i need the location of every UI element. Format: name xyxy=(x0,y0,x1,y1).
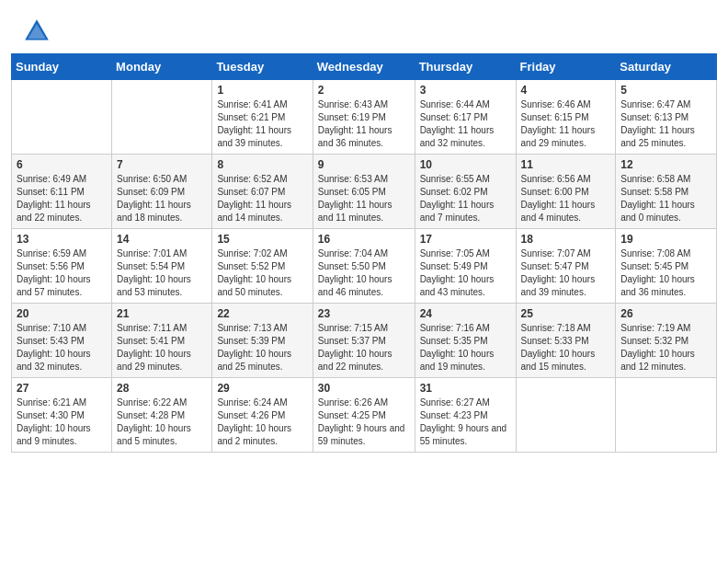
day-info: Sunrise: 7:10 AM Sunset: 5:43 PM Dayligh… xyxy=(17,322,107,373)
day-info: Sunrise: 6:55 AM Sunset: 6:02 PM Dayligh… xyxy=(420,173,511,224)
day-info: Sunrise: 7:11 AM Sunset: 5:41 PM Dayligh… xyxy=(117,322,207,373)
day-info: Sunrise: 7:04 AM Sunset: 5:50 PM Dayligh… xyxy=(318,247,410,299)
calendar-cell: 26Sunrise: 7:19 AM Sunset: 5:32 PM Dayli… xyxy=(616,304,717,378)
calendar-cell: 23Sunrise: 7:15 AM Sunset: 5:37 PM Dayli… xyxy=(313,304,415,378)
day-number: 21 xyxy=(117,307,207,320)
day-info: Sunrise: 6:21 AM Sunset: 4:30 PM Dayligh… xyxy=(17,396,107,448)
day-number: 25 xyxy=(521,307,611,320)
day-number: 26 xyxy=(620,307,711,320)
calendar-cell: 18Sunrise: 7:07 AM Sunset: 5:47 PM Dayli… xyxy=(516,229,616,304)
calendar-cell: 20Sunrise: 7:10 AM Sunset: 5:43 PM Dayli… xyxy=(12,304,112,378)
day-number: 5 xyxy=(620,84,711,97)
page: SundayMondayTuesdayWednesdayThursdayFrid… xyxy=(0,0,728,563)
day-info: Sunrise: 7:05 AM Sunset: 5:49 PM Dayligh… xyxy=(420,247,511,299)
day-number: 29 xyxy=(217,382,307,395)
calendar-table: SundayMondayTuesdayWednesdayThursdayFrid… xyxy=(11,53,717,453)
day-info: Sunrise: 7:16 AM Sunset: 5:35 PM Dayligh… xyxy=(420,322,511,373)
calendar-cell xyxy=(616,378,717,453)
day-number: 30 xyxy=(318,382,410,395)
col-header-tuesday: Tuesday xyxy=(212,54,313,80)
calendar-wrapper: SundayMondayTuesdayWednesdayThursdayFrid… xyxy=(0,53,728,464)
day-number: 10 xyxy=(420,158,511,171)
day-number: 23 xyxy=(318,307,410,320)
calendar-cell: 25Sunrise: 7:18 AM Sunset: 5:33 PM Dayli… xyxy=(516,304,616,378)
calendar-cell: 10Sunrise: 6:55 AM Sunset: 6:02 PM Dayli… xyxy=(415,155,516,229)
day-info: Sunrise: 6:50 AM Sunset: 6:09 PM Dayligh… xyxy=(117,173,207,224)
day-info: Sunrise: 7:01 AM Sunset: 5:54 PM Dayligh… xyxy=(117,247,207,299)
calendar-cell xyxy=(12,80,112,155)
day-number: 6 xyxy=(17,158,107,171)
calendar-week-row: 27Sunrise: 6:21 AM Sunset: 4:30 PM Dayli… xyxy=(12,378,717,453)
calendar-cell xyxy=(516,378,616,453)
day-number: 15 xyxy=(217,233,307,246)
day-number: 12 xyxy=(620,158,711,171)
calendar-cell: 14Sunrise: 7:01 AM Sunset: 5:54 PM Dayli… xyxy=(112,229,212,304)
day-info: Sunrise: 6:52 AM Sunset: 6:07 PM Dayligh… xyxy=(217,173,307,224)
calendar-cell xyxy=(112,80,212,155)
day-number: 7 xyxy=(117,158,207,171)
day-number: 27 xyxy=(17,382,107,395)
logo-icon xyxy=(22,17,51,46)
day-number: 11 xyxy=(521,158,611,171)
day-number: 14 xyxy=(117,233,207,246)
calendar-cell: 22Sunrise: 7:13 AM Sunset: 5:39 PM Dayli… xyxy=(212,304,313,378)
calendar-cell: 4Sunrise: 6:46 AM Sunset: 6:15 PM Daylig… xyxy=(516,80,616,155)
calendar-week-row: 13Sunrise: 6:59 AM Sunset: 5:56 PM Dayli… xyxy=(12,229,717,304)
calendar-week-row: 6Sunrise: 6:49 AM Sunset: 6:11 PM Daylig… xyxy=(12,155,717,229)
calendar-week-row: 1Sunrise: 6:41 AM Sunset: 6:21 PM Daylig… xyxy=(12,80,717,155)
col-header-saturday: Saturday xyxy=(616,54,717,80)
day-info: Sunrise: 6:24 AM Sunset: 4:26 PM Dayligh… xyxy=(217,396,307,448)
calendar-cell: 12Sunrise: 6:58 AM Sunset: 5:58 PM Dayli… xyxy=(616,155,717,229)
col-header-wednesday: Wednesday xyxy=(313,54,415,80)
calendar-cell: 9Sunrise: 6:53 AM Sunset: 6:05 PM Daylig… xyxy=(313,155,415,229)
day-number: 24 xyxy=(420,307,511,320)
day-info: Sunrise: 6:49 AM Sunset: 6:11 PM Dayligh… xyxy=(17,173,107,224)
header xyxy=(0,0,728,53)
day-info: Sunrise: 6:43 AM Sunset: 6:19 PM Dayligh… xyxy=(318,98,410,150)
day-number: 22 xyxy=(217,307,307,320)
calendar-cell: 16Sunrise: 7:04 AM Sunset: 5:50 PM Dayli… xyxy=(313,229,415,304)
col-header-friday: Friday xyxy=(516,54,616,80)
day-info: Sunrise: 6:53 AM Sunset: 6:05 PM Dayligh… xyxy=(318,173,410,224)
calendar-cell: 19Sunrise: 7:08 AM Sunset: 5:45 PM Dayli… xyxy=(616,229,717,304)
logo xyxy=(22,17,55,46)
day-number: 19 xyxy=(620,233,711,246)
day-info: Sunrise: 7:07 AM Sunset: 5:47 PM Dayligh… xyxy=(521,247,611,299)
calendar-cell: 17Sunrise: 7:05 AM Sunset: 5:49 PM Dayli… xyxy=(415,229,516,304)
day-info: Sunrise: 6:22 AM Sunset: 4:28 PM Dayligh… xyxy=(117,396,207,448)
calendar-cell: 13Sunrise: 6:59 AM Sunset: 5:56 PM Dayli… xyxy=(12,229,112,304)
calendar-cell: 31Sunrise: 6:27 AM Sunset: 4:23 PM Dayli… xyxy=(415,378,516,453)
day-info: Sunrise: 6:56 AM Sunset: 6:00 PM Dayligh… xyxy=(521,173,611,224)
calendar-cell: 15Sunrise: 7:02 AM Sunset: 5:52 PM Dayli… xyxy=(212,229,313,304)
day-info: Sunrise: 6:26 AM Sunset: 4:25 PM Dayligh… xyxy=(318,396,410,448)
day-number: 20 xyxy=(17,307,107,320)
day-number: 31 xyxy=(420,382,511,395)
col-header-monday: Monday xyxy=(112,54,212,80)
calendar-cell: 3Sunrise: 6:44 AM Sunset: 6:17 PM Daylig… xyxy=(415,80,516,155)
calendar-cell: 27Sunrise: 6:21 AM Sunset: 4:30 PM Dayli… xyxy=(12,378,112,453)
day-info: Sunrise: 7:13 AM Sunset: 5:39 PM Dayligh… xyxy=(217,322,307,373)
calendar-header-row: SundayMondayTuesdayWednesdayThursdayFrid… xyxy=(12,54,717,80)
day-number: 2 xyxy=(318,84,410,97)
day-number: 28 xyxy=(117,382,207,395)
calendar-cell: 7Sunrise: 6:50 AM Sunset: 6:09 PM Daylig… xyxy=(112,155,212,229)
day-info: Sunrise: 7:08 AM Sunset: 5:45 PM Dayligh… xyxy=(620,247,711,299)
calendar-cell: 8Sunrise: 6:52 AM Sunset: 6:07 PM Daylig… xyxy=(212,155,313,229)
day-info: Sunrise: 7:18 AM Sunset: 5:33 PM Dayligh… xyxy=(521,322,611,373)
calendar-cell: 5Sunrise: 6:47 AM Sunset: 6:13 PM Daylig… xyxy=(616,80,717,155)
calendar-cell: 11Sunrise: 6:56 AM Sunset: 6:00 PM Dayli… xyxy=(516,155,616,229)
day-info: Sunrise: 7:02 AM Sunset: 5:52 PM Dayligh… xyxy=(217,247,307,299)
calendar-cell: 21Sunrise: 7:11 AM Sunset: 5:41 PM Dayli… xyxy=(112,304,212,378)
day-info: Sunrise: 6:47 AM Sunset: 6:13 PM Dayligh… xyxy=(620,98,711,150)
calendar-cell: 28Sunrise: 6:22 AM Sunset: 4:28 PM Dayli… xyxy=(112,378,212,453)
day-number: 17 xyxy=(420,233,511,246)
calendar-cell: 30Sunrise: 6:26 AM Sunset: 4:25 PM Dayli… xyxy=(313,378,415,453)
day-number: 13 xyxy=(17,233,107,246)
day-info: Sunrise: 7:19 AM Sunset: 5:32 PM Dayligh… xyxy=(620,322,711,373)
day-info: Sunrise: 6:44 AM Sunset: 6:17 PM Dayligh… xyxy=(420,98,511,150)
day-number: 9 xyxy=(318,158,410,171)
day-number: 4 xyxy=(521,84,611,97)
col-header-thursday: Thursday xyxy=(415,54,516,80)
calendar-cell: 29Sunrise: 6:24 AM Sunset: 4:26 PM Dayli… xyxy=(212,378,313,453)
calendar-week-row: 20Sunrise: 7:10 AM Sunset: 5:43 PM Dayli… xyxy=(12,304,717,378)
